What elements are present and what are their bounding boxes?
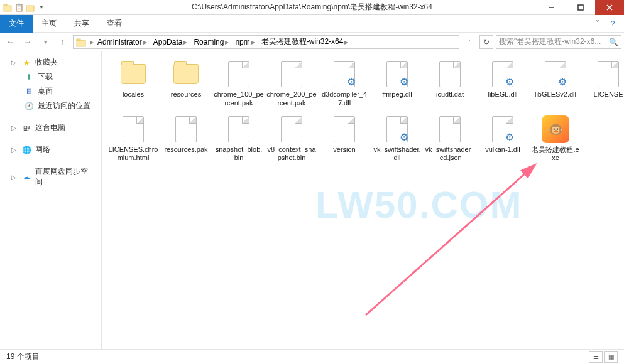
- minimize-button[interactable]: [537, 0, 566, 15]
- sidebar-item-recent[interactable]: 🕘 最近访问的位置: [0, 99, 101, 113]
- recent-locations-button[interactable]: ▾: [38, 35, 53, 50]
- file-label: resources.pak: [164, 146, 207, 154]
- file-label: icudtl.dat: [436, 90, 464, 99]
- close-button[interactable]: [595, 0, 624, 15]
- file-item[interactable]: v8_context_snapshot.bin: [266, 114, 317, 163]
- view-icons-button[interactable]: ▦: [604, 351, 618, 363]
- breadcrumb-folder-icon: [76, 37, 86, 47]
- sidebar-item-downloads[interactable]: ⬇ 下载: [0, 70, 101, 84]
- file-item[interactable]: icudtl.dat: [425, 59, 475, 108]
- file-item[interactable]: locales: [108, 59, 158, 108]
- breadcrumb-seg[interactable]: Administrator▸: [95, 38, 151, 46]
- search-input[interactable]: 搜索"老吴搭建教程-win32-x6... 🔍: [496, 35, 621, 49]
- file-label: v8_context_snapshot.bin: [266, 146, 317, 163]
- sidebar-favorites[interactable]: ▷ ★ 收藏夹: [0, 55, 101, 70]
- help-icon[interactable]: ?: [606, 18, 619, 30]
- breadcrumb-seg[interactable]: AppData▸: [151, 38, 192, 46]
- file-icon: [435, 59, 465, 89]
- file-item[interactable]: LICENSES.chromium.html: [108, 114, 158, 163]
- svg-rect-8: [77, 39, 80, 40]
- sidebar-network[interactable]: ▷ 🌐 网络: [0, 142, 101, 157]
- breadcrumb-seg[interactable]: npm▸: [233, 38, 258, 46]
- svg-rect-0: [4, 6, 11, 11]
- svg-line-9: [366, 164, 535, 315]
- file-item[interactable]: resources: [161, 59, 211, 108]
- file-item[interactable]: chrome_200_percent.pak: [266, 59, 317, 108]
- file-icon: [171, 114, 201, 144]
- file-label: libEGL.dll: [488, 90, 517, 99]
- file-item[interactable]: resources.pak: [161, 114, 211, 163]
- chevron-right-icon: ▷: [11, 146, 18, 153]
- desktop-icon: 🖥: [24, 87, 34, 97]
- download-icon: ⬇: [24, 72, 34, 82]
- file-item[interactable]: chrome_100_percent.pak: [214, 59, 264, 108]
- chevron-right-icon: ▷: [11, 59, 18, 66]
- forward-button[interactable]: →: [20, 35, 35, 50]
- breadcrumb-dropdown-button[interactable]: ˅: [462, 35, 477, 50]
- search-icon: 🔍: [609, 38, 618, 46]
- refresh-button[interactable]: ↻: [479, 35, 493, 49]
- dll-gear-icon: [540, 59, 571, 89]
- exe-icon: 🐵: [540, 114, 571, 144]
- file-item[interactable]: snapshot_blob.bin: [214, 114, 264, 163]
- tab-share[interactable]: 共享: [65, 15, 98, 33]
- tab-view[interactable]: 查看: [98, 15, 131, 33]
- folder-icon: [118, 59, 148, 89]
- qat-newfolder-icon[interactable]: [25, 3, 35, 13]
- file-item[interactable]: ffmpeg.dll: [372, 59, 422, 108]
- cloud-icon: ☁: [21, 172, 31, 182]
- svg-rect-4: [578, 5, 583, 10]
- ribbon-expand-icon[interactable]: ˅: [591, 18, 604, 30]
- status-count: 19 个项目: [6, 351, 40, 362]
- file-icon: [276, 114, 307, 144]
- file-item[interactable]: vk_swiftshader.dll: [372, 114, 422, 163]
- file-icon: [276, 59, 307, 89]
- chevron-right-icon[interactable]: ▸: [89, 38, 95, 46]
- file-label: chrome_100_percent.pak: [214, 90, 264, 108]
- file-label: ffmpeg.dll: [382, 90, 412, 99]
- recent-icon: 🕘: [24, 101, 34, 111]
- chevron-right-icon: ▷: [11, 174, 18, 181]
- window-title: C:\Users\Administrator\AppData\Roaming\n…: [192, 2, 432, 13]
- qat-dropdown-icon[interactable]: ▼: [36, 3, 47, 13]
- file-item[interactable]: vulkan-1.dll: [478, 114, 528, 163]
- svg-rect-2: [26, 6, 34, 11]
- qat-properties-icon[interactable]: 📋: [14, 3, 24, 13]
- file-view[interactable]: LW50.COM localesresourceschrome_100_perc…: [102, 51, 624, 349]
- file-icon: [224, 114, 254, 144]
- file-item[interactable]: vk_swiftshader_icd.json: [425, 114, 475, 163]
- file-item[interactable]: d3dcompiler_47.dll: [319, 59, 369, 108]
- dll-gear-icon: [329, 59, 359, 89]
- file-label: LICENSE: [593, 90, 623, 99]
- breadcrumb[interactable]: ▸ Administrator▸ AppData▸ Roaming▸ npm▸ …: [73, 35, 459, 49]
- sidebar: ▷ ★ 收藏夹 ⬇ 下载 🖥 桌面 🕘 最近访问的位置 ▷ 🖳 这台电脑: [0, 51, 102, 349]
- file-label: vulkan-1.dll: [485, 146, 520, 154]
- maximize-button[interactable]: [566, 0, 595, 15]
- folder-icon: [171, 59, 201, 89]
- dll-gear-icon: [488, 114, 518, 144]
- breadcrumb-seg[interactable]: 老吴搭建教程-win32-x64▸: [259, 36, 353, 47]
- tab-file[interactable]: 文件: [0, 15, 33, 33]
- file-item[interactable]: version: [319, 114, 369, 163]
- up-button[interactable]: ↑: [55, 35, 70, 50]
- tab-home[interactable]: 主页: [33, 15, 65, 33]
- file-label: snapshot_blob.bin: [214, 146, 264, 163]
- dll-gear-icon: [382, 114, 412, 144]
- ribbon: 文件 主页 共享 查看 ˅ ?: [0, 15, 624, 33]
- chevron-right-icon: ▷: [11, 124, 18, 131]
- breadcrumb-seg[interactable]: Roaming▸: [191, 38, 233, 46]
- file-label: LICENSES.chromium.html: [108, 146, 158, 163]
- file-item[interactable]: libGLESv2.dll: [530, 59, 581, 108]
- dll-gear-icon: [382, 59, 412, 89]
- file-label: chrome_200_percent.pak: [266, 90, 317, 108]
- view-details-button[interactable]: ☰: [589, 351, 603, 363]
- file-item[interactable]: LICENSE: [583, 59, 624, 108]
- file-item[interactable]: libEGL.dll: [478, 59, 528, 108]
- sidebar-item-desktop[interactable]: 🖥 桌面: [0, 84, 101, 99]
- file-item[interactable]: 🐵老吴搭建教程.exe: [530, 114, 581, 163]
- sidebar-baidu[interactable]: ▷ ☁ 百度网盘同步空间: [0, 164, 101, 190]
- sidebar-computer[interactable]: ▷ 🖳 这台电脑: [0, 120, 101, 135]
- address-bar: ← → ▾ ↑ ▸ Administrator▸ AppData▸ Roamin…: [0, 33, 624, 51]
- back-button[interactable]: ←: [3, 35, 18, 50]
- file-icon: [224, 59, 254, 89]
